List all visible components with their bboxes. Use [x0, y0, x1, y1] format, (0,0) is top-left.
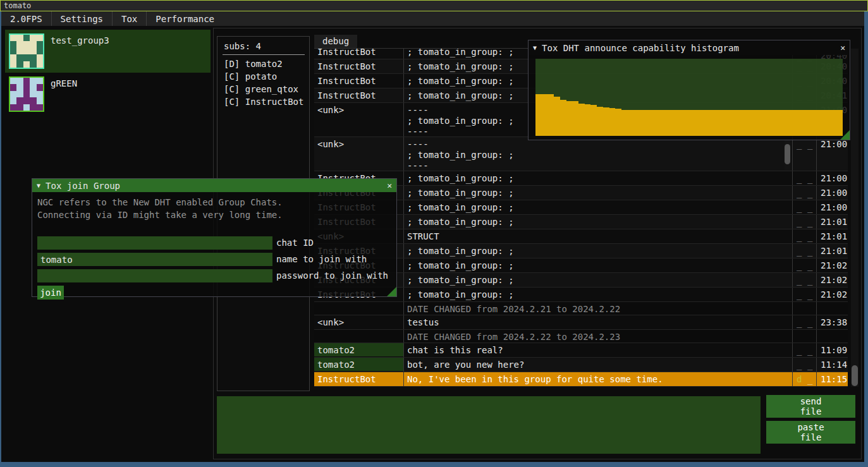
status-flag-right: _ [807, 260, 812, 270]
chat-row-time: 21:02 [816, 273, 848, 287]
histogram-bar [677, 110, 683, 136]
resize-grip-icon[interactable] [387, 287, 396, 296]
member-item[interactable]: [D] tomato2 [224, 58, 307, 70]
join-button[interactable]: join [37, 286, 64, 300]
tab-debug[interactable]: debug [314, 35, 357, 48]
avatar-pixel [30, 78, 36, 84]
status-flag-left: _ [797, 260, 802, 270]
status-flag-left: _ [797, 275, 802, 285]
histogram-bar [720, 110, 726, 136]
sender-name: tomato2 [314, 343, 403, 356]
chat-row[interactable]: InstructBotNo, I've been in this group f… [314, 372, 848, 387]
chat-row-status [792, 330, 816, 343]
join-password-field[interactable] [37, 269, 272, 282]
histogram-bar [806, 110, 812, 136]
histogram-bar [609, 108, 616, 136]
avatar-pixel [23, 35, 30, 41]
join-group-titlebar[interactable]: ▼ Tox join Group ✕ [32, 179, 396, 192]
avatar-pixel [30, 61, 36, 68]
ngc-info-line-1: NGC refers to the New DHT enabled Group … [37, 197, 283, 207]
avatar-pixel [16, 35, 23, 41]
histogram-bar [547, 94, 554, 136]
timestamp: 21:02 [821, 275, 848, 285]
histogram-bar [585, 104, 591, 136]
histogram-bar [597, 107, 603, 136]
histogram-bar [800, 110, 806, 136]
timestamp: 21:00 [821, 139, 848, 149]
chat-row-message: ; tomato_in_group: ; [403, 273, 792, 287]
message-text: No, I've been in this group for quite so… [407, 374, 792, 384]
status-flag-left: _ [797, 202, 802, 212]
member-item[interactable]: [C] potato [224, 70, 307, 83]
close-icon[interactable]: ✕ [840, 43, 845, 52]
join-name-label: name to join with [276, 254, 367, 264]
avatar-pixel [30, 54, 36, 61]
avatar-pixel [37, 78, 43, 84]
group-row-test_group3[interactable]: test_group3 [5, 30, 211, 73]
menu-item-tox[interactable]: Tox [113, 11, 146, 26]
menu-item-settings[interactable]: Settings [52, 11, 112, 26]
timestamp: 21:00 [821, 202, 848, 212]
chat-row[interactable]: tomato2chat is this real?_ _11:09 [314, 343, 848, 358]
dht-histogram-titlebar[interactable]: ▼ Tox DHT announce capability histogram … [529, 40, 850, 55]
avatar-pixel [30, 41, 36, 47]
avatar-pixel [23, 41, 30, 47]
status-flag-right: _ [807, 345, 812, 355]
join-name-field[interactable] [37, 253, 272, 266]
avatar-pixel [16, 78, 23, 84]
histogram-bar [578, 104, 585, 136]
sender-name: InstructBot [317, 374, 403, 384]
avatar-pixel [16, 48, 23, 54]
avatar-pixel [10, 97, 16, 104]
message-cell-scrollbar-thumb[interactable] [785, 144, 790, 164]
avatar-pixel [37, 61, 43, 68]
timestamp: 11:09 [821, 345, 848, 355]
chat-row[interactable]: <unk>----; tomato_in_group: ;----_ _21:0… [314, 137, 848, 171]
chat-row-status: _ _ [792, 315, 816, 329]
chat-row-message: ; tomato_in_group: ; [403, 171, 792, 185]
chat-row[interactable]: <unk>testus_ _23:38 [314, 315, 848, 330]
chat-row-time: 21:01 [816, 215, 848, 229]
avatar-pixel [16, 54, 23, 61]
sender-name: InstructBot [317, 76, 403, 86]
paste-file-button[interactable]: paste file [766, 421, 855, 444]
avatar-pixel [23, 84, 30, 90]
send-file-button[interactable]: send file [766, 395, 855, 418]
group-name: gREEN [51, 78, 77, 88]
collapse-icon[interactable]: ▼ [533, 44, 537, 51]
chat-row-name [314, 330, 403, 343]
chat-row-name: InstructBot [314, 372, 403, 386]
avatar-pixel [30, 35, 36, 41]
message-text: ; tomato_in_group: ; [407, 217, 792, 227]
chat-row-name [314, 302, 403, 315]
histogram-bar [714, 110, 720, 136]
timestamp: 21:01 [821, 217, 848, 227]
avatar-pixel [10, 61, 16, 68]
chat-scrollbar-thumb[interactable] [852, 365, 858, 386]
chat-row[interactable]: tomato2bot, are you new here?_ _11:14 [314, 358, 848, 372]
chat-date-row[interactable]: DATE CHANGED from 2024.2.21 to 2024.2.22 [314, 302, 848, 315]
chat-row-status: _ _ [792, 258, 816, 272]
avatar-pixel [23, 104, 30, 111]
chat-row-message: ----; tomato_in_group: ;---- [403, 137, 792, 171]
chat-date-row[interactable]: DATE CHANGED from 2024.2.22 to 2024.2.23 [314, 330, 848, 343]
chat-id-field[interactable] [37, 236, 272, 250]
member-item[interactable]: [C] green_qtox [224, 83, 307, 95]
status-flag-left: _ [797, 246, 802, 256]
collapse-icon[interactable]: ▼ [37, 182, 40, 189]
close-icon[interactable]: ✕ [387, 181, 392, 190]
message-input[interactable] [217, 396, 761, 454]
avatar-pixel [16, 97, 23, 104]
resize-grip-icon[interactable] [840, 130, 850, 140]
avatar-pixel [10, 54, 16, 61]
status-flag-left: _ [797, 188, 802, 198]
menu-item-performance[interactable]: Performance [147, 11, 223, 26]
status-flag-right: _ [807, 246, 812, 256]
member-item[interactable]: [C] InstructBot [224, 95, 307, 108]
sender-name: <unk> [317, 139, 403, 149]
timestamp: 21:00 [821, 188, 848, 198]
avatar-pixel [16, 84, 23, 90]
group-row-gREEN[interactable]: gREEN [5, 73, 211, 116]
histogram-bar [701, 110, 707, 136]
dht-histogram-plot [535, 59, 843, 136]
